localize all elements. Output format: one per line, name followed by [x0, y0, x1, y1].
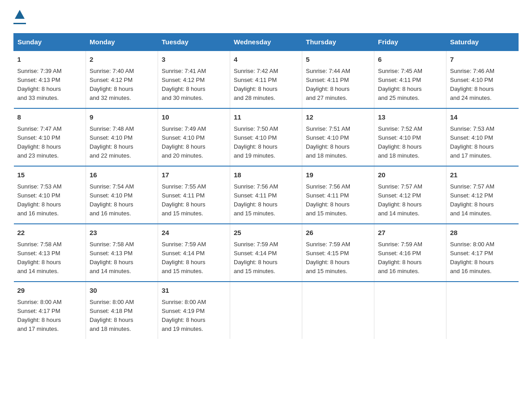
calendar-cell: 10Sunrise: 7:49 AMSunset: 4:10 PMDayligh…: [158, 108, 230, 166]
day-number: 2: [90, 55, 154, 65]
calendar-cell: 1Sunrise: 7:39 AMSunset: 4:13 PMDaylight…: [14, 51, 86, 108]
svg-marker-0: [15, 10, 25, 19]
weekday-header-thursday: Thursday: [302, 34, 374, 51]
weekday-header-saturday: Saturday: [446, 34, 519, 51]
day-info: Sunrise: 7:55 AMSunset: 4:11 PMDaylight:…: [162, 183, 206, 217]
day-info: Sunrise: 7:46 AMSunset: 4:10 PMDaylight:…: [450, 68, 494, 101]
calendar-table: SundayMondayTuesdayWednesdayThursdayFrid…: [13, 33, 519, 339]
calendar-cell: 20Sunrise: 7:57 AMSunset: 4:12 PMDayligh…: [374, 166, 446, 224]
calendar-cell: 8Sunrise: 7:47 AMSunset: 4:10 PMDaylight…: [14, 108, 86, 166]
calendar-cell: 22Sunrise: 7:58 AMSunset: 4:13 PMDayligh…: [14, 224, 86, 282]
day-number: 3: [162, 55, 226, 65]
calendar-cell: 4Sunrise: 7:42 AMSunset: 4:11 PMDaylight…: [230, 51, 302, 108]
weekday-header-friday: Friday: [374, 34, 446, 51]
day-info: Sunrise: 7:48 AMSunset: 4:10 PMDaylight:…: [90, 125, 134, 159]
calendar-cell: 13Sunrise: 7:52 AMSunset: 4:10 PMDayligh…: [374, 108, 446, 166]
day-info: Sunrise: 7:53 AMSunset: 4:10 PMDaylight:…: [17, 183, 62, 217]
day-info: Sunrise: 7:59 AMSunset: 4:16 PMDaylight:…: [378, 241, 422, 274]
day-info: Sunrise: 7:59 AMSunset: 4:14 PMDaylight:…: [162, 241, 206, 274]
day-info: Sunrise: 8:00 AMSunset: 4:18 PMDaylight:…: [90, 299, 134, 332]
day-number: 12: [306, 112, 370, 123]
calendar-cell: 15Sunrise: 7:53 AMSunset: 4:10 PMDayligh…: [14, 166, 86, 224]
day-number: 10: [162, 112, 226, 123]
day-number: 30: [90, 286, 154, 296]
day-info: Sunrise: 7:56 AMSunset: 4:11 PMDaylight:…: [306, 183, 350, 217]
calendar-week-2: 8Sunrise: 7:47 AMSunset: 4:10 PMDaylight…: [14, 108, 519, 166]
weekday-header-wednesday: Wednesday: [230, 34, 302, 51]
calendar-cell: 14Sunrise: 7:53 AMSunset: 4:10 PMDayligh…: [446, 108, 519, 166]
calendar-cell: 7Sunrise: 7:46 AMSunset: 4:10 PMDaylight…: [446, 51, 519, 108]
calendar-cell: 6Sunrise: 7:45 AMSunset: 4:11 PMDaylight…: [374, 51, 446, 108]
day-info: Sunrise: 7:50 AMSunset: 4:10 PMDaylight:…: [234, 125, 278, 159]
calendar-cell: 18Sunrise: 7:56 AMSunset: 4:11 PMDayligh…: [230, 166, 302, 224]
calendar-cell: [230, 282, 302, 339]
day-info: Sunrise: 7:42 AMSunset: 4:11 PMDaylight:…: [234, 68, 278, 101]
calendar-week-5: 29Sunrise: 8:00 AMSunset: 4:17 PMDayligh…: [14, 282, 519, 339]
day-info: Sunrise: 7:57 AMSunset: 4:12 PMDaylight:…: [450, 183, 494, 217]
calendar-cell: 12Sunrise: 7:51 AMSunset: 4:10 PMDayligh…: [302, 108, 374, 166]
calendar-cell: 23Sunrise: 7:58 AMSunset: 4:13 PMDayligh…: [86, 224, 158, 282]
calendar-cell: 19Sunrise: 7:56 AMSunset: 4:11 PMDayligh…: [302, 166, 374, 224]
day-number: 11: [234, 112, 298, 123]
calendar-cell: 17Sunrise: 7:55 AMSunset: 4:11 PMDayligh…: [158, 166, 230, 224]
logo-triangle-icon: [14, 9, 26, 21]
day-info: Sunrise: 7:56 AMSunset: 4:11 PMDaylight:…: [234, 183, 278, 217]
day-number: 5: [306, 55, 370, 65]
day-info: Sunrise: 7:58 AMSunset: 4:13 PMDaylight:…: [90, 241, 134, 274]
day-number: 14: [450, 112, 515, 123]
day-number: 1: [17, 55, 82, 65]
calendar-cell: 5Sunrise: 7:44 AMSunset: 4:11 PMDaylight…: [302, 51, 374, 108]
day-info: Sunrise: 7:45 AMSunset: 4:11 PMDaylight:…: [378, 68, 422, 101]
day-info: Sunrise: 7:53 AMSunset: 4:10 PMDaylight:…: [450, 125, 494, 159]
weekday-header-sunday: Sunday: [14, 34, 86, 51]
day-number: 7: [450, 55, 515, 65]
day-number: 26: [306, 228, 370, 238]
day-info: Sunrise: 8:00 AMSunset: 4:17 PMDaylight:…: [450, 241, 494, 274]
day-info: Sunrise: 7:54 AMSunset: 4:10 PMDaylight:…: [90, 183, 134, 217]
calendar-cell: [302, 282, 374, 339]
logo-underline: [13, 23, 26, 24]
day-info: Sunrise: 7:58 AMSunset: 4:13 PMDaylight:…: [17, 241, 62, 274]
day-number: 8: [17, 112, 82, 123]
calendar-cell: [446, 282, 519, 339]
day-number: 29: [17, 286, 82, 296]
day-info: Sunrise: 7:59 AMSunset: 4:15 PMDaylight:…: [306, 241, 350, 274]
calendar-cell: 2Sunrise: 7:40 AMSunset: 4:12 PMDaylight…: [86, 51, 158, 108]
calendar-header-row: SundayMondayTuesdayWednesdayThursdayFrid…: [14, 34, 519, 51]
calendar-week-3: 15Sunrise: 7:53 AMSunset: 4:10 PMDayligh…: [14, 166, 519, 224]
day-number: 23: [90, 228, 154, 238]
day-info: Sunrise: 7:59 AMSunset: 4:14 PMDaylight:…: [234, 241, 278, 274]
day-number: 15: [17, 170, 82, 180]
calendar-cell: 21Sunrise: 7:57 AMSunset: 4:12 PMDayligh…: [446, 166, 519, 224]
day-info: Sunrise: 7:49 AMSunset: 4:10 PMDaylight:…: [162, 125, 206, 159]
calendar-cell: [374, 282, 446, 339]
day-info: Sunrise: 7:52 AMSunset: 4:10 PMDaylight:…: [378, 125, 422, 159]
calendar-cell: 26Sunrise: 7:59 AMSunset: 4:15 PMDayligh…: [302, 224, 374, 282]
calendar-cell: 3Sunrise: 7:41 AMSunset: 4:12 PMDaylight…: [158, 51, 230, 108]
day-number: 28: [450, 228, 515, 238]
day-info: Sunrise: 8:00 AMSunset: 4:19 PMDaylight:…: [162, 299, 206, 332]
calendar-cell: 27Sunrise: 7:59 AMSunset: 4:16 PMDayligh…: [374, 224, 446, 282]
day-number: 17: [162, 170, 226, 180]
day-number: 25: [234, 228, 298, 238]
day-number: 13: [378, 112, 442, 123]
day-number: 31: [162, 286, 226, 296]
day-number: 22: [17, 228, 82, 238]
weekday-header-tuesday: Tuesday: [158, 34, 230, 51]
page-header: [13, 9, 519, 24]
calendar-week-1: 1Sunrise: 7:39 AMSunset: 4:13 PMDaylight…: [14, 51, 519, 108]
day-number: 4: [234, 55, 298, 65]
day-number: 27: [378, 228, 442, 238]
calendar-cell: 25Sunrise: 7:59 AMSunset: 4:14 PMDayligh…: [230, 224, 302, 282]
calendar-week-4: 22Sunrise: 7:58 AMSunset: 4:13 PMDayligh…: [14, 224, 519, 282]
day-number: 16: [90, 170, 154, 180]
day-info: Sunrise: 7:51 AMSunset: 4:10 PMDaylight:…: [306, 125, 350, 159]
day-number: 18: [234, 170, 298, 180]
calendar-cell: 16Sunrise: 7:54 AMSunset: 4:10 PMDayligh…: [86, 166, 158, 224]
day-info: Sunrise: 7:44 AMSunset: 4:11 PMDaylight:…: [306, 68, 350, 101]
calendar-cell: 9Sunrise: 7:48 AMSunset: 4:10 PMDaylight…: [86, 108, 158, 166]
calendar-cell: 31Sunrise: 8:00 AMSunset: 4:19 PMDayligh…: [158, 282, 230, 339]
day-info: Sunrise: 7:40 AMSunset: 4:12 PMDaylight:…: [90, 68, 134, 101]
logo: [13, 9, 26, 24]
day-info: Sunrise: 7:57 AMSunset: 4:12 PMDaylight:…: [378, 183, 422, 217]
